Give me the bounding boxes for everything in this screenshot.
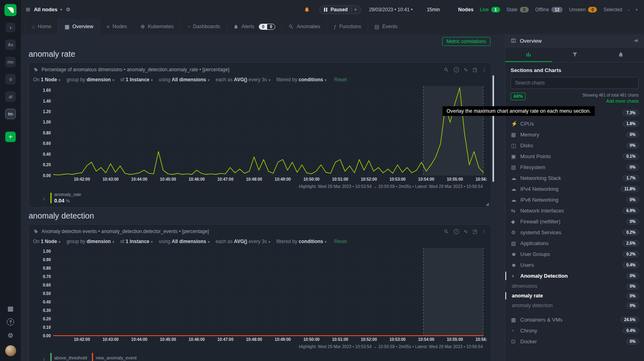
dropdown-caret-icon[interactable]: ▾ xyxy=(208,240,210,244)
more-icon[interactable]: ⋮ xyxy=(482,229,487,234)
dropdown-caret-icon[interactable]: ▾ xyxy=(112,240,114,244)
menu-item-users[interactable]: ☻Users0.4% xyxy=(505,260,644,270)
status-unseen[interactable]: Unseen0 xyxy=(569,7,597,12)
status-live[interactable]: Live1 xyxy=(480,7,500,12)
menu-item-systemd-services[interactable]: ⚙systemd Services0.2% xyxy=(505,227,644,238)
workspace-tm[interactable]: tm xyxy=(5,109,16,119)
reset-button[interactable]: Reset xyxy=(334,239,347,244)
control-1-node[interactable]: On 1 Node▾ xyxy=(33,239,60,244)
control-all-dimensions[interactable]: using All dimensions▾ xyxy=(159,239,210,244)
notification-bell-icon[interactable] xyxy=(304,6,310,12)
tab-kubernetes[interactable]: ☸Kubernetes xyxy=(133,19,180,34)
dropdown-caret-icon[interactable]: ▾ xyxy=(325,240,327,244)
chart-type-icon[interactable]: ∿ xyxy=(464,67,468,72)
pause-caret-icon[interactable]: ▾ xyxy=(355,8,357,12)
dropdown-caret-icon[interactable]: ▾ xyxy=(208,78,210,82)
menu-item-applications[interactable]: ▧Applications2.5% xyxy=(505,238,644,249)
control-1-node[interactable]: On 1 Node▾ xyxy=(33,77,60,83)
workspace-d[interactable]: d xyxy=(5,74,16,85)
tab-dashboards[interactable]: ◔Dashboards xyxy=(180,19,226,34)
control-conditions[interactable]: filtered by conditions▾ xyxy=(276,239,327,244)
settings-icon[interactable]: ⚙ xyxy=(8,332,13,339)
dropdown-caret-icon[interactable]: ▾ xyxy=(112,78,114,82)
menu-item-containers-vms[interactable]: ▩Containers & VMs24.5% xyxy=(505,314,644,325)
node-filter-dropdown[interactable]: All nodes ▾ xyxy=(34,6,62,12)
search-charts-input[interactable] xyxy=(511,77,639,89)
tab-home[interactable]: ⌂Home xyxy=(25,19,58,34)
tab-alerts[interactable]: Alerts00 xyxy=(226,19,282,34)
fullscreen-icon[interactable]: ◳ xyxy=(473,229,477,234)
reset-button[interactable]: Reset xyxy=(334,77,347,83)
dropdown-caret-icon[interactable]: ▾ xyxy=(325,78,327,82)
status-stale[interactable]: Stale0 xyxy=(507,7,529,12)
zoom-icon[interactable] xyxy=(444,229,449,234)
integrations-icon[interactable]: ▩ xyxy=(7,305,13,312)
anomaly-rate-canvas[interactable]: 10:42:0010:43:0010:44:0010:45:0010:46:00… xyxy=(33,86,487,183)
control-1-instance[interactable]: of 1 Instance▾ xyxy=(120,239,153,244)
legend-arrow-icon[interactable]: ↓ xyxy=(43,195,46,201)
dropdown-caret-icon[interactable]: ▾ xyxy=(151,78,153,82)
workspace-at[interactable]: at xyxy=(5,91,16,102)
menu-item-ipv4-networking[interactable]: ☁IPv4 Networking11.8% xyxy=(505,184,644,194)
zoom-icon[interactable] xyxy=(444,67,449,72)
menu-item-cpus[interactable]: ⚡CPUs1.8% xyxy=(505,118,644,129)
dropdown-caret-icon[interactable]: ▾ xyxy=(58,240,60,244)
highlight-region[interactable] xyxy=(423,248,483,336)
tab-anomalies[interactable]: Anomalies xyxy=(282,19,326,34)
ar-percent-chip[interactable]: AR% xyxy=(511,93,526,100)
dropdown-caret-icon[interactable]: ▾ xyxy=(151,240,153,244)
info-icon[interactable]: i xyxy=(454,67,459,72)
expand-rail-button[interactable]: › xyxy=(6,23,15,32)
user-avatar[interactable] xyxy=(5,345,16,356)
menu-item-networking-stack[interactable]: ☁Networking Stack1.7% xyxy=(505,173,644,184)
tab-overview[interactable]: ▦Overview xyxy=(58,19,100,34)
menu-item-ipv6-networking[interactable]: ☁IPv6 Networking0% xyxy=(505,194,644,205)
legend-item-new-anomaly-event[interactable]: new_anomaly_event xyxy=(92,353,137,361)
menu-item-user-groups[interactable]: ☻User Groups0.2% xyxy=(505,249,644,260)
chart-type-icon[interactable]: ∿ xyxy=(464,229,468,234)
menu-item-anomaly-rate[interactable]: anomaly rate0% xyxy=(505,291,644,301)
dropdown-caret-icon[interactable]: ▾ xyxy=(268,78,270,82)
info-icon[interactable]: i xyxy=(454,229,459,234)
resize-handle[interactable]: ◢ xyxy=(486,202,489,206)
tab-nodes[interactable]: ≡Nodes xyxy=(100,19,134,34)
dropdown-caret-icon[interactable]: ▾ xyxy=(58,78,60,82)
control-avg-[interactable]: each as AVG() every 3s▾ xyxy=(216,239,270,244)
add-workspace-button[interactable]: + xyxy=(5,132,16,142)
anomaly-rate-chart[interactable]: 10:42:0010:43:0010:44:0010:45:0010:46:00… xyxy=(33,86,487,183)
fullscreen-icon[interactable]: ◳ xyxy=(473,67,477,72)
netdata-logo[interactable] xyxy=(4,4,17,16)
menu-item-firewall[interactable]: ◆Firewall (netfilter)0% xyxy=(505,216,644,227)
metric-correlations-button[interactable]: Metric correlations xyxy=(442,37,490,46)
datetime-display[interactable]: 29/03/2023 • 10:41 • xyxy=(369,7,413,12)
more-icon[interactable]: ⋮ xyxy=(482,67,487,72)
legend-item-above-threshold[interactable]: above_threshold xyxy=(50,353,87,361)
menu-item-memory[interactable]: ▦Memory0% xyxy=(505,129,644,140)
control-dimension[interactable]: group by dimension▾ xyxy=(66,239,114,244)
sidebar-tab-alerts[interactable] xyxy=(598,47,644,62)
menu-item-anomaly-detection-section[interactable]: ◑Anomaly Detection0% xyxy=(505,270,644,281)
menu-item-anomaly-detection-chart[interactable]: anomaly detection0% xyxy=(505,301,644,310)
add-more-charts-link[interactable]: Add more charts xyxy=(582,98,639,104)
control-avg-[interactable]: each as AVG() every 3s▾ xyxy=(216,77,270,83)
menu-item-network-interfaces[interactable]: ⇆Network Interfaces6.9% xyxy=(505,205,644,216)
legend-item-anomaly-rate[interactable]: anomaly_rate 0.04 % xyxy=(50,192,81,204)
selected-caret-icon[interactable]: ▾ xyxy=(636,8,638,12)
help-icon[interactable]: ? xyxy=(7,318,14,326)
menu-item-disks[interactable]: ◫Disks0% xyxy=(505,140,644,151)
menu-item-mount-points[interactable]: ▣Mount Points0.1% xyxy=(505,151,644,162)
header-settings-icon[interactable]: ⚙ xyxy=(66,6,71,12)
menu-item-dimensions[interactable]: dimensions0% xyxy=(505,281,644,291)
tab-events[interactable]: ▤Events xyxy=(368,19,404,34)
control-1-instance[interactable]: of 1 Instance▾ xyxy=(120,77,153,83)
menu-item-docker[interactable]: ⊡Docker0% xyxy=(505,336,644,347)
menu-item-filesystem[interactable]: ▤Filesystem0% xyxy=(505,162,644,173)
time-window[interactable]: 15min xyxy=(427,7,440,12)
status-selected[interactable]: Selected- xyxy=(603,7,632,12)
sidebar-tab-charts[interactable] xyxy=(505,47,552,62)
anomaly-detection-canvas[interactable]: 10:42:0010:43:0010:44:0010:45:0010:46:00… xyxy=(33,248,487,343)
tab-functions[interactable]: ƒFunctions xyxy=(327,19,368,34)
sidebar-tab-filters[interactable] xyxy=(552,47,598,62)
control-dimension[interactable]: group by dimension▾ xyxy=(66,77,114,83)
control-all-dimensions[interactable]: using All dimensions▾ xyxy=(159,77,210,83)
